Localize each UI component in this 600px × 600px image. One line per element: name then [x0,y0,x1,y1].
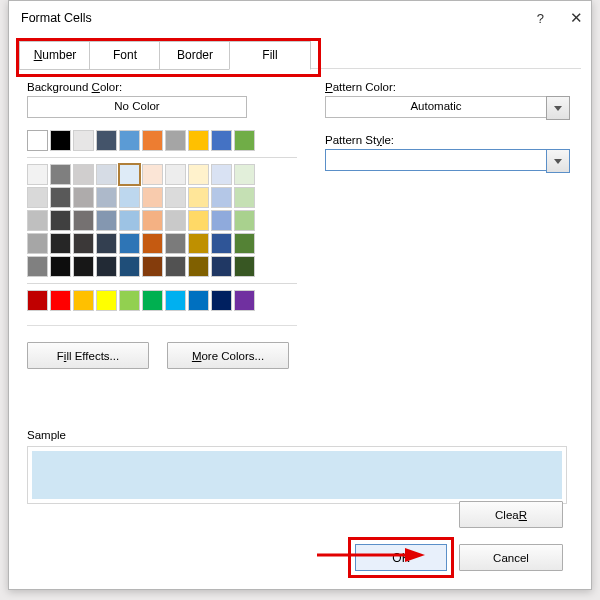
color-swatch[interactable] [27,290,48,311]
left-column: Background Color: No Color Fill Effects.… [27,81,297,369]
color-swatch[interactable] [165,210,186,231]
color-swatch[interactable] [119,130,140,151]
sample-box [27,446,567,504]
color-swatch[interactable] [50,290,71,311]
color-swatch[interactable] [234,210,255,231]
color-swatch[interactable] [73,164,94,185]
color-swatch[interactable] [27,210,48,231]
color-swatch[interactable] [142,187,163,208]
color-swatch[interactable] [234,290,255,311]
background-color-label: Background Color: [27,81,297,93]
color-swatch[interactable] [211,210,232,231]
color-swatch[interactable] [50,130,71,151]
cancel-button[interactable]: Cancel [459,544,563,571]
color-swatch[interactable] [234,164,255,185]
titlebar: Format Cells ? ✕ [9,1,591,35]
color-swatch[interactable] [50,256,71,277]
color-swatch[interactable] [119,187,140,208]
color-swatch[interactable] [188,164,209,185]
pattern-style-dropdown[interactable] [546,149,570,173]
color-swatch[interactable] [211,233,232,254]
pattern-color-select[interactable]: Automatic [325,96,547,118]
color-swatch[interactable] [73,130,94,151]
color-swatch[interactable] [165,290,186,311]
color-swatch[interactable] [165,233,186,254]
color-swatch[interactable] [96,187,117,208]
sample-group: Sample [27,429,567,504]
color-swatch[interactable] [211,164,232,185]
color-swatch[interactable] [50,187,71,208]
tab-fill[interactable]: Fill [229,41,311,70]
color-swatch[interactable] [119,256,140,277]
color-swatch[interactable] [119,290,140,311]
color-swatch[interactable] [165,164,186,185]
color-swatch[interactable] [188,210,209,231]
svg-marker-1 [405,548,425,562]
color-swatch[interactable] [96,164,117,185]
color-swatch[interactable] [234,187,255,208]
color-swatch[interactable] [211,290,232,311]
color-swatch[interactable] [142,210,163,231]
color-swatch[interactable] [27,233,48,254]
color-swatch[interactable] [119,233,140,254]
color-swatch[interactable] [211,256,232,277]
color-swatch[interactable] [50,210,71,231]
color-swatch[interactable] [234,256,255,277]
color-swatch[interactable] [188,187,209,208]
right-column: Pattern Color: Automatic Pattern Style: [325,81,570,173]
color-swatch[interactable] [165,130,186,151]
color-swatch[interactable] [119,210,140,231]
color-swatch[interactable] [27,187,48,208]
color-swatch[interactable] [73,210,94,231]
close-icon[interactable]: ✕ [570,9,583,27]
pattern-color-dropdown[interactable] [546,96,570,120]
color-swatch[interactable] [96,256,117,277]
color-swatch[interactable] [96,290,117,311]
color-swatch[interactable] [188,290,209,311]
color-swatch[interactable] [165,187,186,208]
color-swatch[interactable] [50,164,71,185]
color-swatch[interactable] [234,233,255,254]
chevron-down-icon [554,106,562,111]
fill-effects-button[interactable]: Fill Effects... [27,342,149,369]
tab-number[interactable]: Number [19,41,91,70]
color-swatch[interactable] [96,130,117,151]
annotation-arrow [317,545,427,565]
color-swatch[interactable] [165,256,186,277]
color-swatch[interactable] [142,256,163,277]
more-colors-button[interactable]: More Colors... [167,342,289,369]
color-swatch[interactable] [119,164,140,185]
color-swatch[interactable] [211,130,232,151]
no-color-button[interactable]: No Color [27,96,247,118]
tab-font[interactable]: Font [89,41,161,70]
color-swatch[interactable] [188,256,209,277]
clear-button[interactable]: CleaR [459,501,563,528]
color-swatch[interactable] [96,233,117,254]
pattern-color-label: Pattern Color: [325,81,570,93]
help-icon[interactable]: ? [537,11,544,26]
color-swatch[interactable] [142,233,163,254]
tab-strip: Number Font Border Fill [19,41,581,69]
format-cells-dialog: Format Cells ? ✕ Number Font Border Fill… [8,0,592,590]
dialog-title: Format Cells [21,11,92,25]
color-swatch[interactable] [142,130,163,151]
color-swatch[interactable] [73,233,94,254]
color-swatch[interactable] [142,164,163,185]
color-swatch[interactable] [27,164,48,185]
color-swatch[interactable] [142,290,163,311]
tab-border[interactable]: Border [159,41,231,70]
color-swatch[interactable] [188,130,209,151]
color-swatch[interactable] [211,187,232,208]
color-swatch[interactable] [73,290,94,311]
color-swatch[interactable] [188,233,209,254]
color-swatch[interactable] [234,130,255,151]
pattern-style-select[interactable] [325,149,547,171]
chevron-down-icon [554,159,562,164]
color-swatch[interactable] [73,256,94,277]
color-swatch[interactable] [50,233,71,254]
sample-label: Sample [27,429,567,441]
color-swatch[interactable] [96,210,117,231]
color-swatch[interactable] [73,187,94,208]
no-fill-swatch[interactable] [27,130,48,151]
color-swatch[interactable] [27,256,48,277]
